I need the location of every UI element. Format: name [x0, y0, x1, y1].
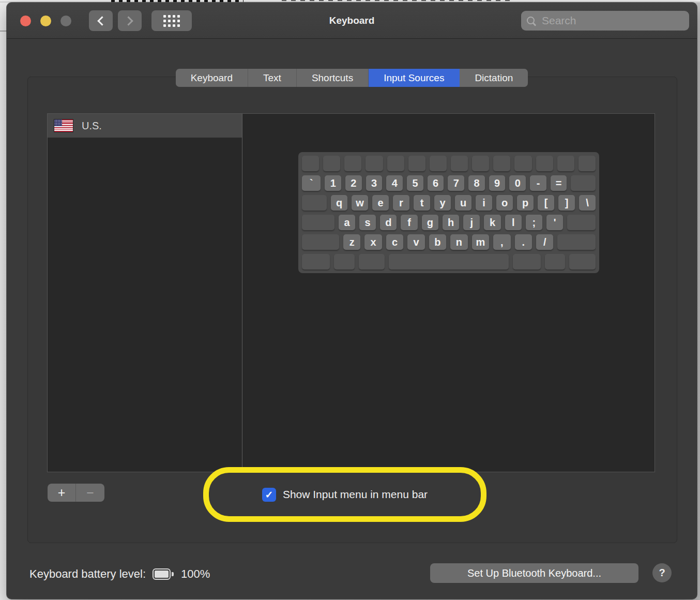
screen-edge-dashes-2 — [282, 0, 512, 1]
key-blank — [545, 254, 566, 269]
key-g: g — [422, 215, 438, 230]
forward-button[interactable] — [118, 10, 142, 31]
list-item-us[interactable]: U.S. — [48, 114, 242, 138]
key-,: , — [493, 234, 510, 250]
key-d: d — [380, 215, 397, 230]
search-icon — [527, 16, 537, 26]
key-6: 6 — [428, 175, 444, 191]
list-controls: + − — [48, 484, 104, 502]
key-blank — [567, 215, 596, 230]
battery-icon — [153, 568, 174, 580]
key--: - — [530, 175, 546, 191]
key-blank — [408, 156, 425, 171]
show-input-menu-checkbox[interactable]: ✓ — [262, 488, 276, 502]
key-w: w — [352, 195, 368, 211]
key-c: c — [386, 234, 403, 250]
key-1: 1 — [325, 175, 341, 191]
back-chevron-icon — [97, 16, 106, 25]
key-f: f — [401, 215, 417, 230]
key-blank — [493, 156, 510, 171]
key-h: h — [443, 215, 459, 230]
key-blank — [323, 156, 340, 171]
key-': ' — [546, 215, 563, 230]
tab-text[interactable]: Text — [248, 69, 297, 87]
key-\: \ — [579, 195, 596, 211]
tab-shortcuts[interactable]: Shortcuts — [297, 69, 369, 87]
show-all-preferences-button[interactable] — [151, 10, 192, 31]
forward-chevron-icon — [124, 16, 133, 25]
key-blank — [302, 254, 330, 269]
key-x: x — [364, 234, 382, 250]
input-sources-panel: U.S. `1234567890-=qwertyuiop[]\asdfghjkl… — [47, 113, 655, 472]
system-preferences-window: Keyboard Keyboard Text Shortcuts Input S… — [7, 3, 697, 599]
key-k: k — [484, 215, 500, 230]
search-field[interactable] — [521, 11, 689, 31]
key-3: 3 — [366, 175, 383, 191]
key-blank — [302, 234, 339, 250]
setup-bluetooth-keyboard-button[interactable]: Set Up Bluetooth Keyboard... — [430, 563, 638, 583]
back-button[interactable] — [89, 10, 113, 31]
add-input-source-button[interactable]: + — [48, 484, 76, 502]
key-z: z — [343, 234, 360, 250]
key-blank — [571, 175, 596, 191]
key-blank — [389, 254, 508, 269]
key-blank — [387, 156, 404, 171]
key-blank — [334, 254, 355, 269]
key-i: i — [476, 195, 492, 211]
titlebar: Keyboard — [7, 3, 697, 39]
key-l: l — [505, 215, 522, 230]
key-a: a — [339, 215, 355, 230]
key-e: e — [372, 195, 389, 211]
key-[: [ — [538, 195, 554, 211]
key-7: 7 — [448, 175, 464, 191]
key-b: b — [429, 234, 446, 250]
key-blank — [557, 234, 596, 250]
battery-status: Keyboard battery level: 100% — [29, 564, 210, 584]
close-button[interactable] — [20, 16, 31, 26]
key-.: . — [515, 234, 532, 250]
traffic-lights — [20, 16, 71, 26]
minimize-button[interactable] — [40, 16, 51, 26]
key-blank — [366, 156, 383, 171]
key-/: / — [536, 234, 553, 250]
key-p: p — [517, 195, 534, 211]
key-blank — [302, 215, 334, 230]
show-input-menu-option[interactable]: ✓ Show Input menu in menu bar — [262, 488, 428, 502]
key-blank — [344, 156, 361, 171]
key-`: ` — [302, 175, 321, 191]
app-grid-icon — [163, 15, 180, 27]
key-y: y — [434, 195, 451, 211]
tab-keyboard[interactable]: Keyboard — [176, 69, 248, 87]
key-5: 5 — [407, 175, 423, 191]
highlight-annotation: ✓ Show Input menu in menu bar — [203, 467, 486, 522]
key-o: o — [496, 195, 513, 211]
key-blank — [472, 156, 489, 171]
checkbox-label: Show Input menu in menu bar — [283, 488, 428, 501]
key-8: 8 — [468, 175, 485, 191]
search-input[interactable] — [541, 14, 683, 27]
key-blank — [557, 156, 574, 171]
zoom-button[interactable] — [60, 16, 71, 26]
key-blank — [302, 156, 319, 171]
key-4: 4 — [386, 175, 403, 191]
checkmark-icon: ✓ — [265, 489, 273, 501]
key-=: = — [551, 175, 567, 191]
screen-edge-seam — [0, 31, 7, 32]
keyboard-preview: `1234567890-=qwertyuiop[]\asdfghjkl;'zxc… — [298, 152, 599, 273]
key-v: v — [407, 234, 424, 250]
help-button[interactable]: ? — [652, 563, 672, 582]
key-m: m — [472, 234, 489, 250]
us-flag-icon — [54, 119, 73, 132]
remove-input-source-button[interactable]: − — [76, 484, 104, 502]
key-2: 2 — [345, 175, 362, 191]
key-blank — [302, 195, 327, 211]
key-r: r — [393, 195, 409, 211]
key-blank — [451, 156, 468, 171]
tab-dictation[interactable]: Dictation — [460, 69, 528, 87]
key-blank — [359, 254, 385, 269]
tab-input-sources[interactable]: Input Sources — [369, 69, 460, 87]
key-blank — [536, 156, 553, 171]
key-blank — [514, 156, 531, 171]
battery-level: 100% — [181, 567, 210, 581]
key-0: 0 — [509, 175, 526, 191]
